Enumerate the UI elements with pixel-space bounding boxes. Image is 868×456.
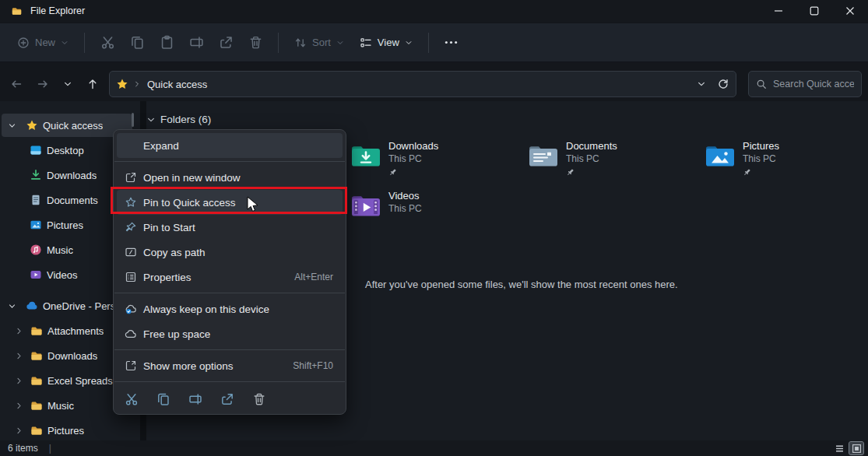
arrow-left-icon	[10, 78, 23, 90]
delete-icon[interactable]	[252, 392, 266, 406]
documents-folder-icon	[528, 143, 559, 168]
back-button[interactable]	[5, 72, 28, 96]
folder-icon	[30, 424, 43, 437]
videos-folder-icon	[350, 193, 381, 218]
pinned-icon	[566, 168, 575, 177]
sidebar-item-label: Music	[47, 400, 74, 412]
toolbar-divider	[278, 33, 279, 53]
share-icon	[219, 35, 234, 50]
sidebar-item-label: OneDrive - Perso	[43, 300, 121, 312]
delete-button[interactable]	[241, 30, 270, 56]
address-bar[interactable]: Quick access	[109, 71, 736, 97]
maximize-button[interactable]	[796, 0, 832, 22]
tile-location: This PC	[388, 202, 422, 215]
copy-path-icon	[125, 246, 137, 258]
tile-name: Documents	[566, 140, 617, 153]
refresh-icon[interactable]	[717, 78, 729, 90]
sidebar-item-onedrive-pictures[interactable]: Pictures	[2, 419, 132, 440]
onedrive-cloud-icon	[26, 300, 38, 312]
address-dropdown-icon[interactable]	[697, 79, 706, 89]
menu-item-properties[interactable]: Properties Alt+Enter	[117, 265, 343, 289]
menu-item-label: Pin to Quick access	[143, 197, 236, 209]
sidebar-item-label: Attachments	[47, 325, 104, 337]
folder-tile-videos[interactable]: Videos This PC	[350, 190, 518, 233]
rename-icon[interactable]	[188, 392, 202, 406]
sidebar-item-label: Documents	[47, 195, 98, 206]
sidebar-item-label: Downloads	[47, 170, 97, 181]
minimize-button[interactable]	[761, 0, 796, 22]
share-icon[interactable]	[220, 392, 234, 406]
video-icon	[30, 268, 42, 281]
paste-button[interactable]	[152, 30, 181, 56]
up-button[interactable]	[81, 72, 104, 96]
plus-circle-icon	[17, 37, 30, 49]
chevron-right-icon[interactable]	[15, 327, 23, 335]
context-menu-quick-actions	[114, 385, 346, 411]
tile-location: This PC	[388, 153, 438, 165]
cut-button[interactable]	[93, 30, 122, 56]
pinned-icon	[388, 168, 397, 177]
menu-item-free-up-space[interactable]: Free up space	[117, 321, 343, 346]
rename-button[interactable]	[181, 30, 211, 56]
menu-item-pin-to-quick-access[interactable]: Pin to Quick access	[117, 190, 343, 215]
rename-icon	[189, 35, 204, 50]
ellipsis-icon	[444, 35, 459, 50]
folder-tile-documents[interactable]: Documents This PC	[528, 140, 695, 184]
menu-item-open-in-new-window[interactable]: Open in new window	[117, 165, 343, 190]
star-outline-icon	[125, 196, 137, 209]
menu-separator	[114, 293, 345, 293]
chevron-down-icon	[61, 39, 69, 47]
menu-item-expand[interactable]: Expand	[117, 133, 343, 158]
arrow-right-icon	[37, 78, 49, 90]
delete-icon	[248, 35, 263, 50]
menu-item-copy-as-path[interactable]: Copy as path	[117, 240, 343, 265]
see-more-button[interactable]	[437, 30, 466, 56]
title-bar: File Explorer	[0, 0, 868, 22]
menu-item-label: Free up space	[143, 328, 210, 340]
chevron-right-icon[interactable]	[15, 426, 23, 435]
sidebar-item-label: Videos	[47, 269, 78, 281]
breadcrumb-location[interactable]: Quick access	[147, 79, 207, 90]
folder-tile-downloads[interactable]: Downloads This PC	[350, 140, 518, 184]
new-button[interactable]: New	[9, 31, 76, 54]
maximize-icon	[808, 5, 821, 17]
status-bar: 6 items |	[0, 440, 868, 456]
chevron-down-icon	[63, 79, 72, 89]
chevron-right-icon[interactable]	[15, 402, 23, 410]
chevron-down-icon[interactable]	[8, 302, 16, 310]
copy-icon	[130, 35, 145, 50]
tile-location: This PC	[566, 153, 617, 165]
folder-icon	[30, 399, 43, 412]
close-button[interactable]	[832, 0, 868, 22]
menu-item-show-more-options[interactable]: Show more options Shift+F10	[117, 353, 343, 378]
sort-button[interactable]: Sort	[286, 31, 352, 54]
view-button[interactable]: View	[352, 31, 420, 54]
large-icons-view-button[interactable]	[849, 442, 863, 454]
details-view-button[interactable]	[832, 442, 846, 454]
search-input[interactable]	[773, 79, 854, 89]
chevron-right-icon[interactable]	[15, 352, 23, 360]
chevron-right-icon[interactable]	[15, 377, 23, 385]
pinned-icon	[743, 168, 751, 177]
folder-tile-pictures[interactable]: Pictures This PC	[705, 140, 868, 184]
copy-button[interactable]	[122, 30, 152, 56]
cloud-check-icon	[125, 303, 137, 315]
document-icon	[30, 194, 42, 206]
open-in-new-window-icon	[125, 171, 137, 184]
sidebar-item-label: Quick access	[43, 120, 103, 132]
folders-section-header[interactable]: Folders (6)	[146, 114, 211, 125]
menu-item-always-keep-on-device[interactable]: Always keep on this device	[117, 296, 343, 321]
share-button[interactable]	[211, 30, 241, 56]
forward-button[interactable]	[31, 72, 54, 96]
menu-item-pin-to-start[interactable]: Pin to Start	[117, 215, 343, 240]
menu-item-label: Open in new window	[143, 172, 241, 184]
recent-locations-button[interactable]	[56, 72, 79, 96]
chevron-down-icon[interactable]	[8, 121, 16, 130]
pushpin-icon	[125, 221, 137, 233]
sidebar-scrollbar[interactable]	[132, 113, 134, 127]
search-box[interactable]	[748, 71, 862, 97]
cut-icon[interactable]	[125, 392, 139, 406]
cut-icon	[100, 35, 115, 50]
sidebar-item-label: Downloads	[47, 350, 97, 362]
copy-icon[interactable]	[156, 392, 170, 406]
